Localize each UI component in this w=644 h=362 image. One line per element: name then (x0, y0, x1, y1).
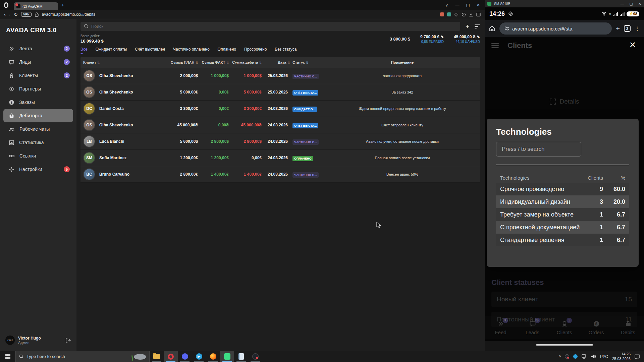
gesture-pill[interactable] (536, 344, 593, 346)
phone-maximize-button[interactable]: ▢ (629, 2, 633, 6)
table-row[interactable]: OSOlha Shevchenko 45 000,00₴ 0,00₴ 45 00… (80, 117, 480, 133)
status-name: Новый клиент (497, 296, 538, 303)
search-input[interactable] (80, 22, 460, 31)
client-status-row[interactable]: Новый клиент 15 (491, 292, 637, 307)
sidebar-item-partners[interactable]: Партнеры (0, 82, 76, 96)
sidebar-item-work-chats[interactable]: Рабочие чаты (0, 122, 76, 136)
user-profile[interactable]: root Victor Hugo Админ (0, 331, 76, 351)
phone-url-bar[interactable]: avacrm.appsdemo.cc/#/sta (499, 22, 612, 35)
tab-search-icon[interactable]: ⌕ (446, 2, 449, 8)
history-icon[interactable] (462, 12, 466, 17)
technology-row[interactable]: Стандартные решения 1 6.7 (496, 234, 629, 246)
sidebar-item-statistics[interactable]: Статистика (0, 136, 76, 149)
col-debit[interactable]: Сумма дебита⇅ (229, 60, 262, 64)
extension-icon-2[interactable] (447, 12, 451, 16)
reload-button[interactable]: ↻ (14, 12, 18, 17)
taskbar-clock[interactable]: 14:26 25.03.2026 (612, 352, 631, 361)
forward-button[interactable]: › (9, 12, 11, 17)
details-button[interactable]: Details (485, 98, 644, 105)
tab-no-status[interactable]: Без статуса (275, 47, 297, 52)
table-row[interactable]: LBLuca Bianchi 5 600,00$ 2 800,00$ 2 800… (80, 133, 480, 150)
extension-icon-1[interactable] (440, 12, 444, 16)
sidebar-item-orders[interactable]: $ Заказы (0, 96, 76, 109)
col-date[interactable]: Дата⇅ (262, 60, 290, 64)
home-icon[interactable] (489, 25, 495, 32)
sidebar-panel-icon[interactable] (476, 12, 481, 17)
nav-debits[interactable]: Debits (612, 316, 644, 339)
nav-leads[interactable]: 2 Leads (517, 316, 548, 339)
phone-close-button[interactable]: ✕ (638, 2, 641, 6)
tab-invoice-issued[interactable]: Счёт выставлен (135, 47, 165, 52)
tab-overdue[interactable]: Просрочено (244, 47, 267, 52)
taskbar-app-discord[interactable] (178, 351, 192, 362)
col-client[interactable]: Клиент⇅ (83, 60, 167, 64)
close-button[interactable]: ✕ (477, 3, 480, 7)
col-plan[interactable]: Сумма ПЛАН⇅ (167, 60, 198, 64)
tab-awaiting-payment[interactable]: Ожидает оплаты (96, 47, 127, 52)
sidebar-item-leads[interactable]: Лиды 2 (0, 55, 76, 69)
sidebar-item-settings[interactable]: Настройки 5 (0, 163, 76, 176)
phone-new-tab-button[interactable]: + (616, 25, 620, 33)
sidebar-item-debits[interactable]: $ Дебиторка (3, 109, 73, 122)
table-row[interactable]: BCBruno Carvalho 2 800,00€ 1 400,00€ 1 4… (80, 166, 480, 183)
taskbar-app-notes[interactable] (234, 351, 248, 362)
taskbar-app-telegram[interactable] (192, 351, 206, 362)
phone-minimize-button[interactable]: — (620, 2, 624, 6)
technology-row[interactable]: С проектной документацией 1 6.7 (496, 221, 629, 234)
modal-search-input[interactable] (496, 142, 581, 157)
table-row[interactable]: DCDaniel Costa 3 300,00€ 0,00€ 3 300,00€… (80, 101, 480, 117)
tray-expand-icon[interactable]: ^ (559, 354, 561, 359)
tray-telegram-icon[interactable] (573, 354, 578, 359)
taskbar-app-explorer[interactable] (150, 351, 164, 362)
logout-icon[interactable] (65, 338, 71, 343)
col-status[interactable]: Статус⇅ (290, 60, 327, 64)
sidebar-item-clients[interactable]: Клиенты 2 (0, 69, 76, 82)
tray-obs-icon[interactable] (565, 354, 569, 359)
url-text[interactable]: avacrm.appsdemo.cc/#/debits (42, 12, 95, 17)
table-row[interactable]: SMSofia Martinez 1 200,00€ 1 200,00€ 0,0… (80, 150, 480, 166)
modal-close-icon[interactable]: ✕ (629, 40, 636, 50)
technology-row[interactable]: Требует замер на объекте 1 6.7 (496, 208, 629, 221)
volume-icon[interactable] (591, 354, 596, 359)
table-row[interactable]: OSOlha Shevchenko 2 000,00$ 1 000,00$ 1 … (80, 68, 480, 84)
table-row[interactable]: OSOlha Shevchenko 5 000,00€ 0,00€ 5 000,… (80, 84, 480, 101)
back-button[interactable]: ‹ (4, 12, 6, 17)
tab-partially-paid[interactable]: Частично оплачено (173, 47, 210, 52)
nav-feed[interactable]: 2 Feed (485, 316, 517, 339)
network-icon[interactable] (582, 354, 587, 359)
start-button[interactable] (0, 351, 15, 362)
technology-row[interactable]: Срочное производство 9 60.0 (496, 183, 629, 195)
col-fact[interactable]: Сумма ФАКТ⇅ (198, 60, 229, 64)
nav-clients[interactable]: 1 Clients (548, 316, 580, 339)
edit-rate-icon[interactable]: ✎ (441, 35, 444, 39)
language-indicator[interactable]: РУС (600, 354, 608, 359)
technology-row[interactable]: Индивидуальный дизайн 3 20.0 (496, 195, 629, 208)
taskbar-app-obs[interactable] (248, 351, 262, 362)
filter-icon[interactable] (475, 24, 480, 28)
maximize-button[interactable]: ▢ (466, 3, 470, 7)
vpn-badge[interactable]: VPN (21, 12, 32, 17)
browser-tab[interactable]: (2) AvaCRM (14, 2, 58, 10)
minimize-button[interactable]: — (455, 3, 460, 7)
taskbar-app-android-emulator[interactable] (220, 351, 234, 362)
taskbar-search[interactable]: Type here to search (15, 351, 150, 362)
phone-menu-button[interactable]: ⋮ (635, 25, 640, 32)
taskbar-app-opera[interactable] (164, 351, 178, 362)
hamburger-menu-icon[interactable] (491, 43, 499, 48)
notification-center-icon[interactable] (635, 354, 640, 359)
android-icon (224, 353, 230, 360)
row-note: частичная предоплата (327, 74, 477, 78)
tab-all[interactable]: Все (80, 47, 88, 52)
puzzle-icon[interactable] (454, 12, 459, 17)
phone-tab-switcher[interactable]: 2 (624, 25, 631, 32)
add-record-button[interactable]: + (466, 23, 469, 30)
new-tab-button[interactable]: + (61, 2, 64, 8)
sidebar-item-links[interactable]: Ссылки (0, 149, 76, 163)
phone-window-titlebar: SM-S918B — ▢ ✕ (485, 0, 644, 7)
sidebar-item-feed[interactable]: Лента 2 (0, 42, 76, 55)
edit-rate-icon[interactable]: ✎ (477, 35, 480, 39)
tab-paid[interactable]: Оплачено (218, 47, 236, 52)
taskbar-app-firefox[interactable] (206, 351, 220, 362)
download-icon[interactable] (469, 12, 473, 17)
nav-orders[interactable]: $ Orders (580, 316, 612, 339)
